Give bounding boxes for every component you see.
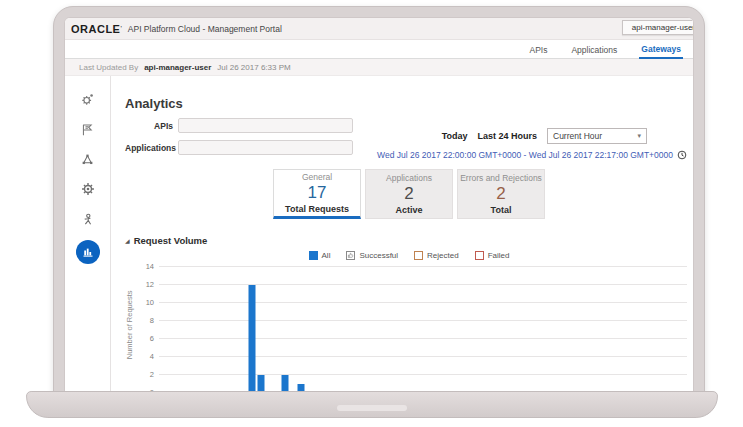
nav-tabs: APIs Applications Gateways	[65, 40, 693, 59]
laptop-base	[26, 391, 718, 418]
period-select-value: Current Hour	[553, 131, 602, 141]
y-axis-tick-label: 10	[146, 298, 154, 307]
legend-label: Rejected	[427, 251, 459, 260]
summary-cards: General 17 Total Requests Applications 2…	[125, 169, 693, 219]
legend-item-successful[interactable]: Successful	[346, 251, 398, 260]
oracle-logo: ORACLE	[71, 23, 120, 35]
gridline	[159, 266, 687, 267]
legend-swatch-outline	[475, 251, 484, 260]
chart-bar	[257, 375, 264, 392]
last-updated-bar: Last Updated By api-manager-user Jul 26 …	[65, 59, 693, 76]
y-axis-tick-label: 4	[150, 352, 154, 361]
last-24-hours-button[interactable]: Last 24 Hours	[477, 131, 537, 141]
gridline	[159, 284, 687, 285]
summary-card[interactable]: Applications 2 Active	[365, 169, 453, 219]
app-title: API Platform Cloud - Management Portal	[128, 24, 282, 34]
summary-card[interactable]: Errors and Rejections 2 Total	[457, 169, 545, 219]
legend-item-failed[interactable]: Failed	[475, 251, 510, 260]
clock-icon[interactable]	[677, 150, 687, 160]
summary-card[interactable]: General 17 Total Requests	[273, 169, 361, 219]
y-axis-title: Number of Requests	[125, 290, 134, 359]
legend-swatch-outline	[414, 251, 423, 260]
legend-item-rejected[interactable]: Rejected	[414, 251, 459, 260]
time-controls: Today Last 24 Hours Current Hour ▾ Wed J…	[377, 128, 687, 160]
plans-icon[interactable]	[79, 120, 97, 138]
today-button[interactable]: Today	[442, 131, 468, 141]
apis-filter-label: APIs	[125, 121, 173, 131]
chart-plot: 02468101214	[159, 267, 687, 393]
sidebar	[65, 76, 111, 397]
y-axis-tick-label: 2	[150, 370, 154, 379]
page-title: Analytics	[125, 96, 693, 111]
y-axis-tick-label: 14	[146, 262, 154, 271]
legend-item-all[interactable]: All	[309, 251, 331, 260]
applications-filter-input[interactable]	[178, 140, 353, 155]
laptop-frame: ORACLE' API Platform Cloud - Management …	[53, 6, 705, 396]
chart-bar	[249, 285, 256, 392]
card-title: Applications	[386, 173, 432, 183]
card-label: Total	[491, 205, 512, 215]
request-volume-title: Request Volume	[134, 235, 208, 246]
agents-icon[interactable]	[79, 210, 97, 228]
screen: ORACLE' API Platform Cloud - Management …	[64, 17, 694, 397]
card-value: 2	[404, 184, 413, 204]
legend-label: Successful	[359, 251, 398, 260]
gridline	[159, 338, 687, 339]
chevron-down-icon: ▾	[637, 132, 641, 140]
gridline	[159, 356, 687, 357]
nav-tab-applications[interactable]: Applications	[569, 42, 619, 58]
legend-swatch-filled	[309, 251, 318, 260]
date-range-text: Wed Jul 26 2017 22:00:00 GMT+0000 - Wed …	[377, 150, 673, 160]
chart-legend: AllSuccessfulRejectedFailed	[125, 249, 693, 261]
request-volume-chart: Number of Requests 02468101214 3:00 PMJu…	[125, 267, 693, 397]
last-updated-user: api-manager-user	[144, 63, 211, 72]
y-axis-tick-label: 12	[146, 280, 154, 289]
analytics-icon[interactable]	[76, 240, 100, 264]
apis-icon[interactable]	[79, 90, 97, 108]
oracle-logo-mark: '	[120, 25, 121, 32]
card-title: General	[302, 172, 332, 182]
gridline	[159, 302, 687, 303]
apis-filter-input[interactable]	[178, 118, 353, 133]
nav-tab-apis[interactable]: APIs	[528, 42, 550, 58]
last-updated-label: Last Updated By	[79, 63, 138, 72]
chart-bar	[281, 375, 288, 392]
card-label: Total Requests	[285, 204, 349, 214]
legend-label: All	[322, 251, 331, 260]
collapse-icon[interactable]: ◢	[125, 237, 130, 244]
card-value: 17	[308, 183, 327, 203]
period-select[interactable]: Current Hour ▾	[547, 128, 647, 144]
user-menu-button[interactable]: api-manager-user	[622, 20, 694, 35]
last-updated-timestamp: Jul 26 2017 6:33 PM	[217, 63, 290, 72]
app-header: ORACLE' API Platform Cloud - Management …	[65, 18, 693, 40]
y-axis-tick-label: 8	[150, 316, 154, 325]
settings-icon[interactable]	[79, 180, 97, 198]
laptop-base-notch	[337, 405, 407, 411]
y-axis-tick-label: 6	[150, 334, 154, 343]
card-value: 2	[496, 184, 505, 204]
gridline	[159, 320, 687, 321]
card-label: Active	[395, 205, 422, 215]
thumbs-up-icon	[346, 251, 355, 260]
nav-tab-gateways[interactable]: Gateways	[639, 41, 683, 59]
card-title: Errors and Rejections	[460, 173, 542, 183]
services-icon[interactable]	[79, 150, 97, 168]
legend-label: Failed	[488, 251, 510, 260]
analytics-page: Analytics APIs Applications Today Last 2…	[111, 76, 693, 397]
applications-filter-label: Applications	[125, 143, 173, 153]
gridline	[159, 374, 687, 375]
